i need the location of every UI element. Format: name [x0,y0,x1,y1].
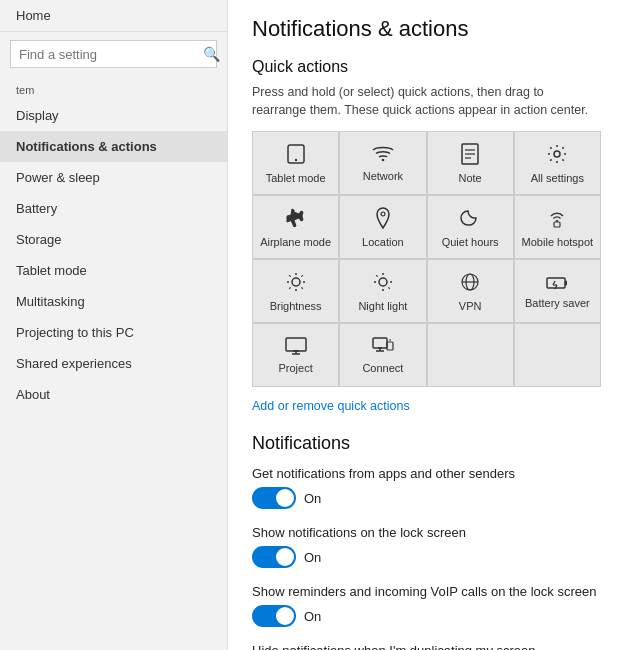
svg-rect-9 [554,222,560,227]
sidebar-item-battery[interactable]: Battery [0,193,227,224]
notif-toggle-row-2: On [252,605,601,627]
notif-row-0: Get notifications from apps and other se… [252,466,601,509]
qa-night-light[interactable]: Night light [340,260,425,322]
sidebar-section-label: tem [0,76,227,100]
sidebar-item-projecting[interactable]: Projecting to this PC [0,317,227,348]
notif-toggle-0[interactable] [252,487,296,509]
qa-connect[interactable]: Connect [340,324,425,386]
quick-actions-grid: Tablet mode Network Note All settings [252,131,601,387]
quiet-hours-icon [459,207,481,232]
qa-quiet-hours-label: Quiet hours [442,236,499,249]
page-title: Notifications & actions [252,16,601,42]
airplane-icon [285,207,307,232]
tablet-mode-icon [285,143,307,168]
sidebar-item-display[interactable]: Display [0,100,227,131]
qa-note[interactable]: Note [428,132,513,194]
qa-note-label: Note [459,172,482,185]
night-light-icon [372,271,394,296]
main-content: Notifications & actions Quick actions Pr… [228,0,625,650]
qa-night-light-label: Night light [358,300,407,313]
notif-toggle-row-1: On [252,546,601,568]
notif-state-2: On [304,609,321,624]
notifications-title: Notifications [252,433,601,454]
qa-all-settings[interactable]: All settings [515,132,600,194]
qa-project-label: Project [279,362,313,375]
notif-label-3: Hide notifications when I'm duplicating … [252,643,601,650]
qa-airplane[interactable]: Airplane mode [253,196,338,258]
notif-state-1: On [304,550,321,565]
notif-toggle-2[interactable] [252,605,296,627]
battery-saver-icon [546,273,568,293]
svg-line-24 [376,275,377,276]
svg-line-16 [301,287,302,288]
search-input[interactable] [11,42,195,67]
svg-point-1 [294,159,296,161]
svg-line-31 [553,281,555,285]
add-remove-link[interactable]: Add or remove quick actions [252,399,410,413]
search-icon: 🔍 [195,41,228,67]
sidebar-item-about[interactable]: About [0,379,227,410]
qa-tablet-mode[interactable]: Tablet mode [253,132,338,194]
qa-all-settings-label: All settings [531,172,584,185]
all-settings-icon [546,143,568,168]
notif-label-1: Show notifications on the lock screen [252,525,601,540]
svg-rect-38 [373,338,387,348]
qa-battery-saver-label: Battery saver [525,297,590,310]
qa-network[interactable]: Network [340,132,425,194]
brightness-icon [285,271,307,296]
qa-location-label: Location [362,236,404,249]
note-icon [460,143,480,168]
svg-line-17 [289,287,290,288]
svg-point-19 [379,278,387,286]
connect-icon [372,337,394,358]
qa-quiet-hours[interactable]: Quiet hours [428,196,513,258]
notif-toggle-1[interactable] [252,546,296,568]
svg-rect-30 [565,281,567,286]
svg-line-15 [289,275,290,276]
notif-row-3: Hide notifications when I'm duplicating … [252,643,601,650]
project-icon [285,337,307,358]
quick-actions-desc: Press and hold (or select) quick actions… [252,84,601,119]
notif-row-1: Show notifications on the lock screen On [252,525,601,568]
sidebar-item-multitasking[interactable]: Multitasking [0,286,227,317]
sidebar-item-storage[interactable]: Storage [0,224,227,255]
svg-point-2 [382,159,385,162]
qa-connect-label: Connect [362,362,403,375]
location-icon [374,207,392,232]
vpn-icon [459,271,481,296]
network-icon [372,145,394,166]
sidebar-search-container: 🔍 [10,40,217,68]
notif-state-0: On [304,491,321,506]
sidebar: Home 🔍 tem Display Notifications & actio… [0,0,228,650]
notif-row-2: Show reminders and incoming VoIP calls o… [252,584,601,627]
quick-actions-title: Quick actions [252,58,601,76]
svg-line-25 [388,287,389,288]
sidebar-item-tablet[interactable]: Tablet mode [0,255,227,286]
svg-rect-34 [286,338,306,351]
qa-mobile-hotspot[interactable]: Mobile hotspot [515,196,600,258]
qa-brightness[interactable]: Brightness [253,260,338,322]
qa-tablet-mode-label: Tablet mode [266,172,326,185]
qa-project[interactable]: Project [253,324,338,386]
notif-label-0: Get notifications from apps and other se… [252,466,601,481]
qa-location[interactable]: Location [340,196,425,258]
qa-mobile-hotspot-label: Mobile hotspot [522,236,594,249]
svg-point-8 [381,212,385,216]
svg-rect-42 [387,342,393,350]
notif-label-2: Show reminders and incoming VoIP calls o… [252,584,601,599]
svg-point-7 [554,151,560,157]
svg-point-10 [292,278,300,286]
sidebar-item-power[interactable]: Power & sleep [0,162,227,193]
notif-toggle-row-0: On [252,487,601,509]
qa-empty-2 [515,324,600,386]
sidebar-home[interactable]: Home [0,0,227,32]
qa-network-label: Network [363,170,403,183]
sidebar-item-notifications[interactable]: Notifications & actions [0,131,227,162]
svg-line-18 [301,275,302,276]
qa-empty-1 [428,324,513,386]
mobile-hotspot-icon [546,207,568,232]
sidebar-item-shared[interactable]: Shared experiences [0,348,227,379]
qa-brightness-label: Brightness [270,300,322,313]
qa-battery-saver[interactable]: Battery saver [515,260,600,322]
qa-vpn[interactable]: VPN [428,260,513,322]
